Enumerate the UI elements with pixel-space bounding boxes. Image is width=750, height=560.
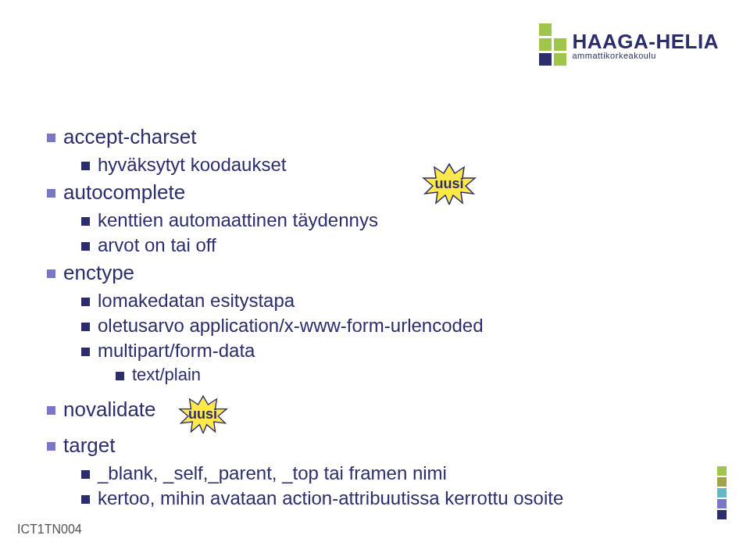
logo-mark bbox=[539, 23, 566, 66]
bullet-icon bbox=[81, 348, 90, 356]
logo-subtitle: ammattikorkeakoulu bbox=[573, 51, 720, 60]
new-badge-icon: uusi bbox=[178, 394, 228, 433]
item-autocomplete: autocomplete bbox=[63, 180, 185, 205]
list-item: kenttien automaattinen täydennys bbox=[81, 209, 703, 231]
color-strip bbox=[717, 466, 727, 519]
bullet-icon bbox=[116, 372, 124, 380]
bullet-icon bbox=[81, 495, 90, 504]
item-novalidate: novalidate bbox=[63, 398, 156, 422]
list-item: autocomplete kenttien automaattinen täyd… bbox=[47, 180, 703, 256]
strip-sq bbox=[717, 466, 727, 476]
strip-sq bbox=[717, 510, 727, 519]
sub-item-label: arvot on tai off bbox=[98, 234, 216, 256]
list-item: kertoo, mihin avataan action-attribuutis… bbox=[81, 487, 703, 509]
slide-content: uusi accept-charset hyväksytyt koodaukse… bbox=[47, 125, 703, 514]
bullet-icon bbox=[47, 189, 55, 198]
list-item: lomakedatan esitystapa bbox=[81, 290, 703, 312]
bullet-icon bbox=[47, 442, 55, 451]
new-badge-icon: uusi bbox=[422, 162, 477, 205]
new-badge-label: uusi bbox=[434, 176, 463, 192]
sub-item-label: kertoo, mihin avataan action-attribuutis… bbox=[98, 487, 563, 509]
strip-sq bbox=[717, 499, 727, 508]
list-item: hyväksytyt koodaukset bbox=[81, 154, 703, 176]
list-item: multipart/form-data text/plain bbox=[81, 340, 703, 385]
list-item: target _blank, _self,_parent, _top tai f… bbox=[47, 433, 703, 509]
bullet-icon bbox=[81, 162, 90, 170]
bullet-icon bbox=[81, 217, 90, 226]
sub-item-label: kenttien automaattinen täydennys bbox=[98, 209, 378, 231]
list-item: arvot on tai off bbox=[81, 234, 703, 256]
bullet-icon bbox=[81, 242, 90, 251]
item-target: target bbox=[63, 433, 116, 458]
bullet-icon bbox=[81, 470, 90, 479]
sub-item-label: lomakedatan esitystapa bbox=[98, 290, 295, 312]
bullet-icon bbox=[47, 269, 55, 278]
sub-item-label: oletusarvo application/x-www-form-urlenc… bbox=[98, 315, 484, 337]
sub-item-label: text/plain bbox=[132, 365, 201, 385]
list-item: text/plain bbox=[116, 365, 703, 385]
sub-item-label: hyväksytyt koodaukset bbox=[98, 154, 286, 176]
sub-item-label: _blank, _self,_parent, _top tai framen n… bbox=[98, 462, 447, 484]
item-enctype: enctype bbox=[63, 261, 134, 285]
bullet-icon bbox=[81, 323, 90, 331]
item-accept-charset: accept-charset bbox=[63, 125, 197, 149]
list-item: novalidate uusi bbox=[47, 390, 703, 429]
bullet-icon bbox=[47, 406, 55, 415]
bullet-icon bbox=[81, 298, 90, 306]
sub-item-label: multipart/form-data bbox=[98, 340, 255, 362]
strip-sq bbox=[717, 488, 727, 498]
footer-code: ICT1TN004 bbox=[17, 523, 82, 537]
new-badge-label: uusi bbox=[188, 406, 217, 423]
bullet-icon bbox=[47, 134, 55, 142]
list-item: _blank, _self,_parent, _top tai framen n… bbox=[81, 462, 703, 484]
list-item: oletusarvo application/x-www-form-urlenc… bbox=[81, 315, 703, 337]
list-item: accept-charset hyväksytyt koodaukset bbox=[47, 125, 703, 176]
logo: HAAGA-HELIA ammattikorkeakoulu bbox=[539, 23, 720, 66]
strip-sq bbox=[717, 477, 727, 487]
list-item: enctype lomakedatan esitystapa oletusarv… bbox=[47, 261, 703, 385]
